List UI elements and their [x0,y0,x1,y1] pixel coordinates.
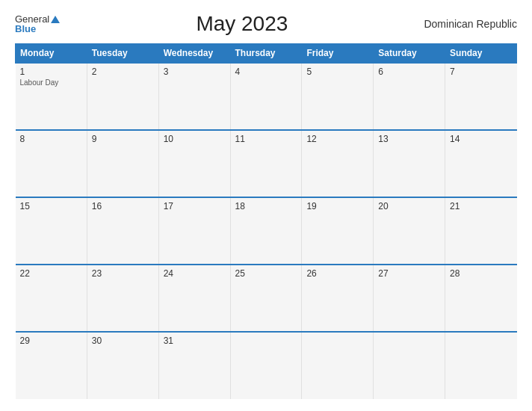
calendar-day-cell: 30 [87,332,158,399]
calendar-day-cell [374,332,445,399]
calendar-day-cell: 9 [87,130,158,197]
logo: General Blue [15,14,60,34]
day-number: 9 [92,134,154,144]
day-number: 16 [92,201,154,211]
calendar-table: MondayTuesdayWednesdayThursdayFridaySatu… [15,43,517,399]
weekday-header-sunday: Sunday [445,44,517,64]
weekday-header-monday: Monday [16,44,87,64]
day-number: 27 [378,268,440,279]
logo-triangle-icon [51,16,60,23]
calendar-week-row: 15161718192021 [16,197,517,265]
calendar-week-row: 22232425262728 [16,265,517,332]
calendar-day-cell: 21 [445,197,517,265]
day-event: Labour Day [20,78,82,87]
calendar-day-cell: 5 [302,63,374,130]
day-number: 23 [92,268,154,279]
calendar-day-cell: 25 [230,265,302,332]
calendar-day-cell: 11 [230,130,302,197]
weekday-header-saturday: Saturday [374,44,445,64]
calendar-header: General Blue May 2023 Dominican Republic [15,12,517,36]
day-number: 21 [450,201,512,211]
calendar-day-cell: 23 [87,265,158,332]
weekday-header-friday: Friday [302,44,374,64]
calendar-day-cell [302,332,374,399]
calendar-header-row: MondayTuesdayWednesdayThursdayFridaySatu… [16,44,517,64]
day-number: 8 [20,134,82,144]
day-number: 12 [306,134,368,144]
calendar-day-cell [445,332,517,399]
calendar-day-cell: 7 [445,63,517,130]
day-number: 3 [164,67,226,77]
day-number: 7 [450,67,512,77]
day-number: 6 [378,67,440,77]
calendar-day-cell: 15 [16,197,87,265]
day-number: 15 [20,201,82,211]
calendar-body: 1Labour Day23456789101112131415161718192… [16,63,517,399]
day-number: 14 [450,134,512,144]
calendar-day-cell: 24 [158,265,230,332]
calendar-day-cell: 10 [158,130,230,197]
day-number: 20 [378,201,440,211]
calendar-week-row: 891011121314 [16,130,517,197]
calendar-title: May 2023 [196,12,288,36]
day-number: 24 [164,268,226,279]
calendar-day-cell: 14 [445,130,517,197]
day-number: 1 [20,67,82,77]
weekday-header-thursday: Thursday [230,44,302,64]
calendar-day-cell: 13 [374,130,445,197]
calendar-day-cell: 22 [16,265,87,332]
calendar-day-cell: 28 [445,265,517,332]
calendar-day-cell: 6 [374,63,445,130]
calendar-day-cell: 26 [302,265,374,332]
day-number: 13 [378,134,440,144]
calendar-day-cell: 2 [87,63,158,130]
calendar-day-cell [230,332,302,399]
day-number: 5 [306,67,368,77]
weekday-header-row: MondayTuesdayWednesdayThursdayFridaySatu… [16,44,517,64]
calendar-week-row: 1Labour Day234567 [16,63,517,130]
country-name: Dominican Republic [424,18,517,30]
day-number: 26 [306,268,368,279]
weekday-header-tuesday: Tuesday [87,44,158,64]
calendar-day-cell: 19 [302,197,374,265]
calendar-day-cell: 1Labour Day [16,63,87,130]
calendar-day-cell: 3 [158,63,230,130]
calendar-day-cell: 8 [16,130,87,197]
day-number: 25 [235,268,297,279]
calendar-day-cell: 29 [16,332,87,399]
day-number: 31 [164,336,226,346]
weekday-header-wednesday: Wednesday [158,44,230,64]
day-number: 11 [235,134,297,144]
calendar-week-row: 293031 [16,332,517,399]
day-number: 10 [164,134,226,144]
calendar-day-cell: 16 [87,197,158,265]
day-number: 18 [235,201,297,211]
calendar-day-cell: 4 [230,63,302,130]
calendar-day-cell: 18 [230,197,302,265]
calendar-day-cell: 17 [158,197,230,265]
logo-blue-text: Blue [15,24,36,34]
calendar-day-cell: 31 [158,332,230,399]
day-number: 30 [92,336,154,346]
calendar-day-cell: 27 [374,265,445,332]
day-number: 17 [164,201,226,211]
day-number: 19 [306,201,368,211]
calendar-day-cell: 12 [302,130,374,197]
calendar-day-cell: 20 [374,197,445,265]
day-number: 29 [20,336,82,346]
day-number: 4 [235,67,297,77]
day-number: 22 [20,268,82,279]
day-number: 28 [450,268,512,279]
day-number: 2 [92,67,154,77]
